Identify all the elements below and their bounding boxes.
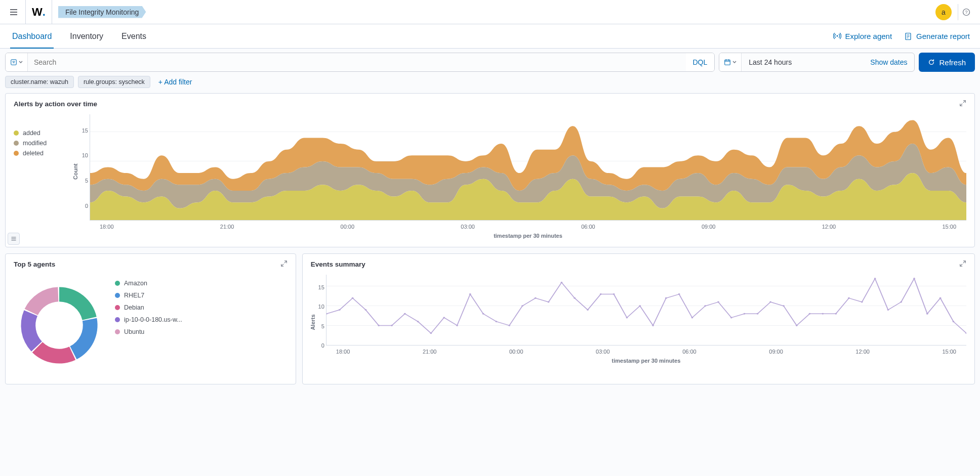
date-range-value[interactable]: Last 24 hours (742, 53, 863, 71)
svg-point-36 (730, 317, 732, 318)
y-tick: 0 (85, 203, 88, 209)
search-input[interactable] (28, 53, 686, 71)
svg-point-50 (913, 278, 915, 279)
svg-point-28 (626, 317, 628, 318)
x-axis-label: timestamp per 30 minutes (326, 358, 966, 364)
donut-chart[interactable] (14, 280, 105, 371)
legend-item[interactable]: Ubuntu (115, 328, 288, 335)
svg-point-30 (652, 325, 654, 326)
legend-dot (14, 141, 19, 146)
filter-pill[interactable]: rule.groups: syscheck (78, 76, 150, 88)
search-filter-toggle[interactable] (6, 53, 28, 71)
svg-point-49 (900, 301, 902, 303)
svg-point-46 (861, 301, 863, 303)
tab-dashboard[interactable]: Dashboard (10, 24, 54, 49)
legend-item[interactable]: RHEL7 (115, 292, 288, 299)
svg-point-11 (404, 313, 406, 315)
legend-item-modified[interactable]: modified (14, 140, 90, 147)
line-chart[interactable]: 0 5 10 15 (326, 275, 966, 345)
svg-point-22 (548, 301, 550, 303)
legend-item[interactable]: Amazon (115, 280, 288, 287)
legend-dot (14, 151, 19, 156)
svg-point-17 (482, 313, 484, 315)
x-axis-label: timestamp per 30 minutes (90, 233, 966, 239)
svg-point-35 (717, 301, 719, 303)
svg-point-31 (665, 297, 667, 299)
legend-label: RHEL7 (124, 292, 144, 299)
hamburger-icon (10, 8, 18, 16)
svg-point-37 (744, 313, 746, 315)
svg-point-42 (809, 313, 811, 315)
legend-dot (115, 305, 120, 310)
svg-point-29 (639, 305, 641, 307)
legend-item-added[interactable]: added (14, 129, 90, 137)
expand-icon[interactable] (280, 260, 288, 269)
legend-dot (115, 317, 120, 322)
filter-pill[interactable]: cluster.name: wazuh (5, 76, 74, 88)
panel-title: Alerts by action over time (14, 100, 97, 108)
legend-item[interactable]: Debian (115, 304, 288, 311)
panel-events-summary: Events summary Alerts 0 5 10 15 (302, 253, 975, 384)
svg-point-20 (521, 305, 523, 307)
chevron-down-icon (19, 60, 23, 64)
panel-title: Top 5 agents (14, 261, 55, 268)
svg-rect-3 (11, 60, 17, 65)
svg-point-24 (574, 297, 576, 299)
refresh-button[interactable]: Refresh (919, 53, 975, 72)
explore-agent-label: Explore agent (845, 32, 892, 40)
add-filter-link[interactable]: + Add filter (154, 76, 196, 88)
tab-events[interactable]: Events (119, 24, 148, 49)
show-dates-link[interactable]: Show dates (863, 53, 914, 71)
svg-point-21 (535, 297, 537, 299)
svg-point-10 (391, 325, 393, 326)
menu-toggle[interactable] (6, 0, 21, 24)
svg-point-7 (352, 297, 354, 299)
svg-point-53 (952, 321, 954, 322)
date-quick-select[interactable] (719, 53, 742, 71)
avatar[interactable]: a (935, 4, 952, 20)
legend-item[interactable]: ip-10-0-0-180.us-w... (115, 316, 288, 323)
y-tick: 15 (318, 284, 324, 290)
svg-point-14 (443, 317, 445, 318)
legend-label: Ubuntu (124, 328, 144, 335)
dql-toggle[interactable]: DQL (686, 53, 715, 71)
logo[interactable]: W. (25, 0, 52, 24)
svg-point-45 (848, 297, 850, 299)
date-picker: Last 24 hours Show dates (719, 53, 915, 72)
svg-point-26 (600, 293, 602, 295)
panel-alerts-over-time: Alerts by action over time added modifie… (5, 93, 975, 247)
svg-point-34 (704, 305, 706, 307)
y-tick: 15 (82, 127, 88, 134)
explore-agent-link[interactable]: Explore agent (833, 32, 892, 40)
y-tick: 5 (85, 178, 88, 184)
svg-point-9 (378, 325, 380, 326)
svg-point-19 (508, 325, 510, 326)
calendar-icon (724, 59, 731, 66)
legend-label: ip-10-0-0-180.us-w... (124, 316, 182, 323)
y-tick: 10 (82, 152, 88, 158)
legend-dot (115, 281, 120, 286)
list-toggle-icon[interactable] (8, 233, 20, 245)
panel-top-agents: Top 5 agents Amazon RHEL7 Debian ip-10-0… (5, 253, 296, 384)
generate-report-link[interactable]: Generate report (904, 32, 970, 40)
y-tick: 0 (321, 342, 324, 349)
svg-point-40 (783, 305, 785, 307)
tab-inventory[interactable]: Inventory (68, 24, 105, 49)
refresh-label: Refresh (939, 58, 966, 67)
y-tick: 10 (318, 304, 324, 310)
y-tick: 5 (321, 323, 324, 329)
filter-icon (10, 59, 17, 66)
area-chart[interactable]: 0 5 10 15 (90, 114, 966, 221)
expand-icon[interactable] (959, 260, 966, 269)
help-icon[interactable]: ? (958, 4, 974, 20)
expand-icon[interactable] (959, 100, 966, 108)
breadcrumb-item[interactable]: File Integrity Monitoring (58, 6, 146, 18)
legend-item-deleted[interactable]: deleted (14, 150, 90, 157)
svg-rect-4 (725, 60, 730, 65)
x-axis-ticks: 18:0021:0000:0003:0006:0009:0012:0015:00 (90, 224, 966, 230)
legend-label: modified (23, 140, 47, 147)
legend-label: added (23, 129, 40, 137)
refresh-icon (928, 59, 935, 66)
legend-dot (14, 131, 19, 136)
breadcrumb: File Integrity Monitoring (58, 6, 146, 18)
